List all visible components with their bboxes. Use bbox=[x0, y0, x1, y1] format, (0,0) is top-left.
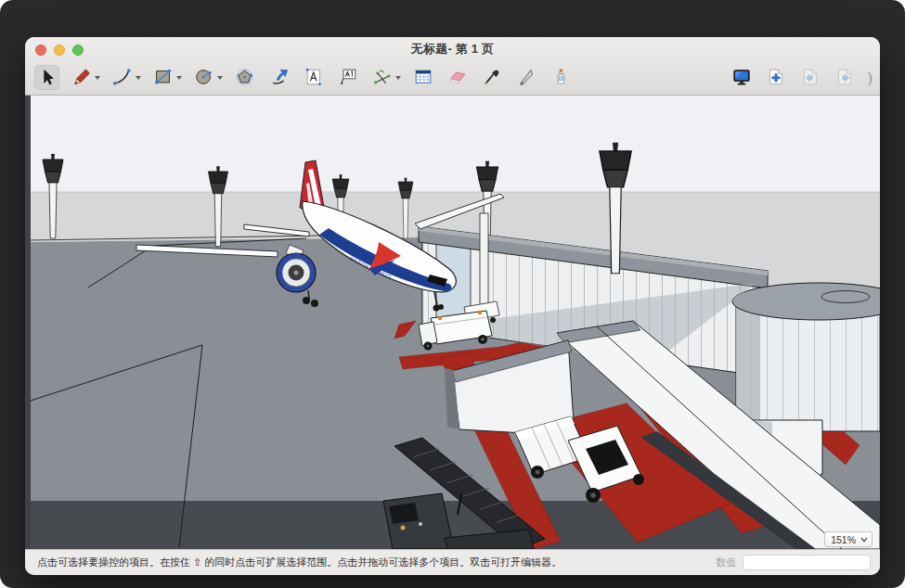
label-tool-button[interactable] bbox=[335, 65, 360, 90]
table-icon bbox=[413, 67, 433, 87]
polygon-icon bbox=[235, 67, 255, 87]
line-tool-caret[interactable] bbox=[95, 76, 100, 80]
rectangle-icon bbox=[153, 67, 174, 87]
line-tool-button[interactable] bbox=[69, 65, 94, 90]
traffic-lights bbox=[35, 45, 84, 56]
zoom-level-value: 151% bbox=[831, 534, 856, 545]
offset-tool-button[interactable] bbox=[266, 65, 291, 90]
layout-window: 无标题- 第 1 页 bbox=[25, 37, 880, 575]
eraser-tool-button[interactable] bbox=[445, 65, 470, 90]
add-page-icon bbox=[766, 67, 786, 87]
value-input[interactable] bbox=[743, 555, 871, 570]
split-tool-button[interactable] bbox=[513, 65, 538, 90]
cursor-arrow-icon bbox=[37, 67, 58, 87]
label-icon bbox=[338, 67, 358, 87]
previous-page-button[interactable] bbox=[797, 65, 822, 90]
text-tool-button[interactable] bbox=[301, 65, 326, 90]
circle-icon bbox=[194, 67, 214, 87]
add-page-button[interactable] bbox=[763, 65, 788, 90]
start-presentation-button[interactable] bbox=[729, 65, 754, 90]
previous-page-icon bbox=[800, 67, 821, 87]
close-button[interactable] bbox=[35, 45, 46, 56]
toolbar: ) bbox=[25, 61, 880, 95]
engine bbox=[277, 253, 316, 292]
polygon-tool-button[interactable] bbox=[232, 65, 257, 90]
dimension-tool-caret[interactable] bbox=[395, 76, 401, 80]
toolbar-overflow-indicator[interactable]: ) bbox=[868, 70, 873, 85]
minimize-button[interactable] bbox=[54, 45, 65, 56]
eraser-icon bbox=[447, 67, 468, 87]
arc-tool-button[interactable] bbox=[110, 65, 135, 90]
next-page-icon bbox=[834, 67, 855, 87]
window-header: 无标题- 第 1 页 bbox=[25, 37, 880, 96]
style-eyedropper-button[interactable] bbox=[479, 65, 504, 90]
text-icon bbox=[304, 67, 324, 87]
offset-arrow-icon bbox=[269, 67, 290, 87]
value-label: 数值 bbox=[716, 556, 736, 569]
glue-bottle-icon bbox=[550, 67, 571, 87]
table-tool-button[interactable] bbox=[410, 65, 435, 90]
dimension-icon bbox=[372, 67, 393, 87]
desktop-backdrop: 无标题- 第 1 页 bbox=[0, 0, 905, 588]
zoom-button[interactable] bbox=[72, 45, 84, 56]
join-tool-button[interactable] bbox=[548, 65, 573, 90]
pencil-icon bbox=[71, 67, 92, 87]
canvas-left-edge bbox=[25, 96, 31, 549]
arc-icon bbox=[112, 67, 133, 87]
sky bbox=[31, 96, 880, 198]
window-title: 无标题- 第 1 页 bbox=[411, 41, 494, 58]
terminal-rotunda bbox=[732, 283, 880, 431]
rectangle-tool-caret[interactable] bbox=[176, 76, 182, 80]
status-hint: 点击可选择要操控的项目。在按住 ⇧ 的同时点击可扩展选择范围。点击并拖动可选择多… bbox=[37, 556, 562, 569]
presentation-monitor-icon bbox=[731, 67, 752, 87]
chevron-down-icon bbox=[860, 537, 868, 543]
select-tool-button[interactable] bbox=[34, 65, 59, 90]
arc-tool-caret[interactable] bbox=[136, 76, 141, 80]
rectangle-tool-button[interactable] bbox=[150, 65, 175, 90]
knife-icon bbox=[516, 67, 537, 87]
zoom-level-select[interactable]: 151% bbox=[824, 531, 873, 547]
circle-tool-button[interactable] bbox=[191, 65, 216, 90]
dimension-tool-button[interactable] bbox=[369, 65, 394, 90]
document-canvas[interactable]: BRITISH AIRWAYS bbox=[25, 96, 880, 549]
next-page-button[interactable] bbox=[832, 65, 857, 90]
circle-tool-caret[interactable] bbox=[217, 76, 223, 80]
model-viewport[interactable]: BRITISH AIRWAYS bbox=[25, 96, 880, 549]
titlebar[interactable]: 无标题- 第 1 页 bbox=[25, 37, 880, 61]
status-bar: 点击可选择要操控的项目。在按住 ⇧ 的同时点击可扩展选择范围。点击并拖动可选择多… bbox=[25, 549, 880, 575]
eyedropper-icon bbox=[482, 67, 502, 87]
